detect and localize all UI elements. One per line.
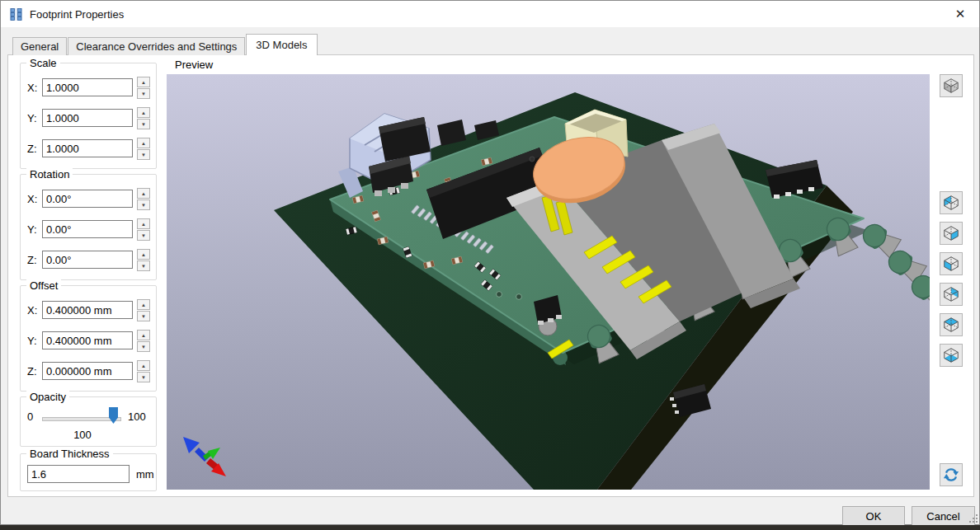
spinner-down-icon[interactable] — [137, 149, 150, 160]
preview-label: Preview — [175, 59, 213, 71]
spinner-up-icon[interactable] — [137, 138, 150, 148]
view-right-button[interactable] — [940, 222, 963, 245]
rotation-z-label: Z: — [27, 254, 42, 266]
cube-bottom-face-icon — [942, 346, 960, 364]
offset-y-spinner — [137, 330, 150, 352]
tab-3d-models[interactable]: 3D Models — [246, 34, 317, 55]
view-top-button[interactable] — [940, 313, 963, 336]
axis-indicator-icon — [177, 430, 228, 481]
opacity-legend: Opacity — [26, 391, 69, 403]
spinner-up-icon[interactable] — [137, 188, 150, 199]
scale-y-spinner — [137, 107, 150, 129]
offset-x-label: X: — [27, 304, 42, 317]
scale-group: Scale X: Y: Z: — [20, 63, 157, 169]
footprint-icon — [9, 7, 23, 21]
board-thickness-unit: mm — [136, 468, 154, 481]
3d-models-tab-page: Scale X: Y: Z: — [7, 54, 974, 497]
cube-left-back-face-icon — [942, 194, 960, 212]
3d-preview-canvas[interactable] — [167, 74, 930, 490]
tab-clearance-overrides[interactable]: Clearance Overrides and Settings — [68, 37, 245, 55]
spinner-up-icon[interactable] — [137, 330, 150, 340]
spinner-down-icon[interactable] — [137, 230, 150, 241]
cube-top-face-icon — [942, 316, 960, 334]
tab-general[interactable]: General — [12, 37, 67, 55]
spinner-up-icon[interactable] — [137, 299, 150, 310]
cube-right-front-face-icon — [942, 224, 960, 242]
title-bar: Footprint Properties ✕ — [1, 1, 979, 27]
opacity-max-label: 100 — [128, 410, 146, 423]
scale-x-label: X: — [27, 82, 42, 94]
rotation-x-spinner — [137, 188, 150, 210]
opacity-slider-handle[interactable] — [109, 407, 118, 424]
isometric-cube-icon — [942, 77, 960, 95]
close-icon: ✕ — [955, 7, 966, 21]
scale-z-input[interactable] — [42, 139, 133, 157]
rotation-y-label: Y: — [27, 223, 42, 236]
scale-y-label: Y: — [27, 112, 42, 124]
offset-y-input[interactable] — [42, 331, 133, 349]
spinner-up-icon[interactable] — [137, 218, 150, 229]
view-back-button[interactable] — [940, 283, 963, 306]
rotation-z-spinner — [137, 249, 150, 271]
offset-group: Offset X: Y: Z: — [20, 285, 157, 392]
scale-x-spinner — [137, 77, 150, 99]
cube-left-front-face-icon — [942, 255, 960, 273]
offset-y-label: Y: — [27, 335, 42, 347]
scale-z-label: Z: — [27, 143, 42, 155]
board-thickness-legend: Board Thickness — [26, 448, 113, 460]
rotation-x-input[interactable] — [42, 190, 133, 208]
view-isometric-button[interactable] — [940, 74, 963, 97]
refresh-icon — [942, 466, 960, 484]
spinner-down-icon[interactable] — [137, 372, 150, 382]
close-button[interactable]: ✕ — [941, 1, 979, 26]
spinner-up-icon[interactable] — [137, 77, 150, 87]
view-left-button[interactable] — [940, 191, 963, 214]
rotation-legend: Rotation — [26, 168, 73, 181]
scale-z-spinner — [137, 138, 150, 160]
spinner-down-icon[interactable] — [137, 341, 150, 352]
reload-model-button[interactable] — [940, 463, 963, 486]
spinner-up-icon[interactable] — [137, 107, 150, 118]
spinner-up-icon[interactable] — [137, 360, 150, 371]
offset-legend: Offset — [26, 279, 61, 292]
scale-x-input[interactable] — [42, 78, 133, 96]
view-bottom-button[interactable] — [940, 344, 963, 367]
rotation-y-input[interactable] — [42, 220, 133, 238]
scale-y-input[interactable] — [42, 109, 133, 127]
resize-grip[interactable] — [968, 513, 978, 523]
spinner-up-icon[interactable] — [137, 249, 150, 260]
scale-legend: Scale — [26, 57, 60, 69]
desktop-taskbar-strip — [0, 525, 980, 530]
offset-z-input[interactable] — [42, 362, 133, 380]
opacity-value: 100 — [21, 429, 144, 441]
tab-bar: General Clearance Overrides and Settings… — [12, 34, 318, 55]
cube-right-back-face-icon — [942, 285, 960, 303]
rotation-x-label: X: — [27, 193, 42, 205]
ok-button[interactable]: OK — [842, 506, 905, 526]
rotation-group: Rotation X: Y: Z: — [20, 174, 157, 280]
footprint-properties-dialog: Footprint Properties ✕ General Clearance… — [0, 0, 980, 525]
opacity-group: Opacity 0 100 100 — [20, 396, 157, 447]
pcb-3d-render — [167, 74, 930, 490]
spinner-down-icon[interactable] — [137, 260, 150, 271]
spinner-down-icon[interactable] — [137, 88, 150, 99]
opacity-min-label: 0 — [27, 410, 33, 423]
rotation-z-input[interactable] — [42, 251, 133, 269]
offset-x-input[interactable] — [42, 301, 133, 319]
offset-x-spinner — [137, 299, 150, 321]
view-front-button[interactable] — [940, 252, 963, 275]
offset-z-label: Z: — [27, 365, 42, 378]
spinner-down-icon[interactable] — [137, 199, 150, 210]
cancel-button[interactable]: Cancel — [912, 506, 975, 526]
spinner-down-icon[interactable] — [137, 311, 150, 321]
offset-z-spinner — [137, 360, 150, 382]
rotation-y-spinner — [137, 218, 150, 241]
board-thickness-group: Board Thickness mm — [20, 453, 157, 491]
window-title: Footprint Properties — [30, 8, 124, 21]
board-thickness-input[interactable] — [27, 465, 130, 483]
spinner-down-icon[interactable] — [137, 119, 150, 129]
